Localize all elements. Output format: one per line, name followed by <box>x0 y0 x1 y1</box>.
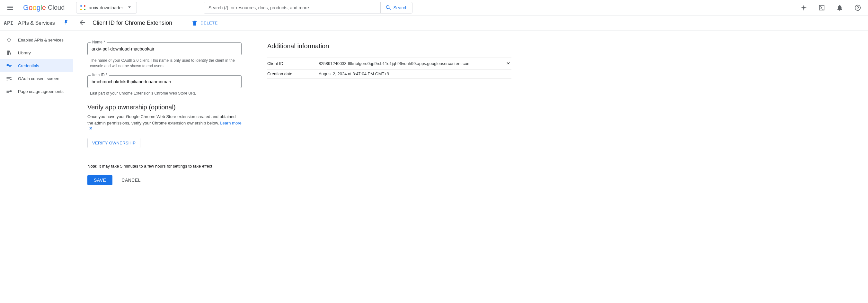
itemid-label: Item ID * <box>91 73 109 77</box>
content: Name * The name of your OAuth 2.0 client… <box>73 31 868 303</box>
gemini-icon[interactable] <box>796 0 811 16</box>
product-title: APIs & Services <box>18 20 55 26</box>
sidenav-item-library[interactable]: Library <box>0 46 73 59</box>
project-dots-icon <box>80 5 86 10</box>
enabled-apis-icon <box>6 37 12 43</box>
sidenav-item-credentials[interactable]: Credentials <box>0 59 73 72</box>
sidenav-item-page-usage[interactable]: Page usage agreements <box>0 85 73 98</box>
itemid-helper: Last part of your Chrome Extension's Chr… <box>90 91 242 96</box>
hamburger-menu-icon[interactable] <box>3 0 18 16</box>
verify-heading: Verify app ownership (optional) <box>87 104 242 111</box>
project-name: arxiv-downloader <box>89 5 123 10</box>
body: Enabled APIs & services Library Credenti… <box>0 31 868 303</box>
top-bar: Google Cloud arxiv-downloader Search <box>0 0 868 16</box>
notifications-icon[interactable] <box>832 0 847 16</box>
itemid-input[interactable] <box>87 75 242 88</box>
verify-ownership-button[interactable]: VERIFY OWNERSHIP <box>87 138 141 148</box>
verify-desc-paragraph: Once you have your Google Chrome Web Sto… <box>87 114 242 133</box>
search-input[interactable] <box>204 2 380 13</box>
sidenav: Enabled APIs & services Library Credenti… <box>0 31 73 303</box>
section-row: API APIs & Services Client ID for Chrome… <box>0 16 868 31</box>
pin-icon[interactable] <box>63 20 69 26</box>
client-id-value: 825891240033-l9knbtgoro0qp9rsb11o1jqh96v… <box>319 61 505 66</box>
info-row-client-id: Client ID 825891240033-l9knbtgoro0qp9rsb… <box>267 58 512 69</box>
api-badge-icon: API <box>4 20 13 26</box>
sidenav-label: Credentials <box>18 63 39 68</box>
name-input[interactable] <box>87 43 242 55</box>
name-helper: The name of your OAuth 2.0 client. This … <box>90 58 242 69</box>
save-button[interactable]: SAVE <box>87 175 113 185</box>
verify-desc: Once you have your Google Chrome Web Sto… <box>87 114 236 126</box>
product-area: API APIs & Services <box>0 16 73 31</box>
search-container: Search <box>204 2 412 13</box>
back-arrow-icon[interactable] <box>79 19 86 27</box>
cancel-button[interactable]: CANCEL <box>121 177 141 183</box>
additional-info-heading: Additional information <box>267 43 512 50</box>
external-link-icon <box>87 127 92 132</box>
dropdown-arrow-icon <box>126 4 133 11</box>
form-column: Name * The name of your OAuth 2.0 client… <box>87 43 242 185</box>
oauth-consent-icon <box>6 75 12 82</box>
page-usage-icon <box>6 88 12 94</box>
search-button-label: Search <box>394 5 408 10</box>
download-icon[interactable] <box>505 60 512 67</box>
name-field-wrap: Name * <box>87 43 242 55</box>
name-label: Name * <box>91 40 107 45</box>
info-row-creation-date: Creation date August 2, 2024 at 8:47:04 … <box>267 69 512 79</box>
delete-label: DELETE <box>200 21 218 25</box>
sidenav-label: OAuth consent screen <box>18 76 59 81</box>
credentials-icon <box>6 62 12 69</box>
page-title: Client ID for Chrome Extension <box>93 20 172 26</box>
delete-button[interactable]: DELETE <box>191 20 218 26</box>
google-logo-text: Google <box>23 3 46 12</box>
sidenav-item-enabled-apis[interactable]: Enabled APIs & services <box>0 33 73 46</box>
sidenav-label: Library <box>18 51 31 55</box>
search-button[interactable]: Search <box>380 2 412 13</box>
info-column: Additional information Client ID 8258912… <box>267 43 512 79</box>
client-id-label: Client ID <box>267 61 319 66</box>
cloud-shell-icon[interactable] <box>814 0 830 16</box>
help-icon[interactable] <box>850 0 865 16</box>
info-table: Client ID 825891240033-l9knbtgoro0qp9rsb… <box>267 58 512 79</box>
google-cloud-logo[interactable]: Google Cloud <box>21 3 67 12</box>
sidenav-label: Page usage agreements <box>18 89 64 94</box>
search-icon <box>385 4 392 11</box>
library-icon <box>6 50 12 56</box>
propagation-note: Note: It may take 5 minutes to a few hou… <box>87 164 242 169</box>
sidenav-label: Enabled APIs & services <box>18 38 64 43</box>
creation-date-value: August 2, 2024 at 8:47:04 PM GMT+9 <box>319 72 512 76</box>
project-selector[interactable]: arxiv-downloader <box>76 2 137 13</box>
creation-date-label: Creation date <box>267 72 319 76</box>
action-row: SAVE CANCEL <box>87 175 242 185</box>
cloud-word: Cloud <box>48 4 65 11</box>
page-header: Client ID for Chrome Extension DELETE <box>73 16 868 31</box>
itemid-field-wrap: Item ID * <box>87 75 242 88</box>
trash-icon <box>191 20 198 26</box>
sidenav-item-oauth-consent[interactable]: OAuth consent screen <box>0 72 73 85</box>
